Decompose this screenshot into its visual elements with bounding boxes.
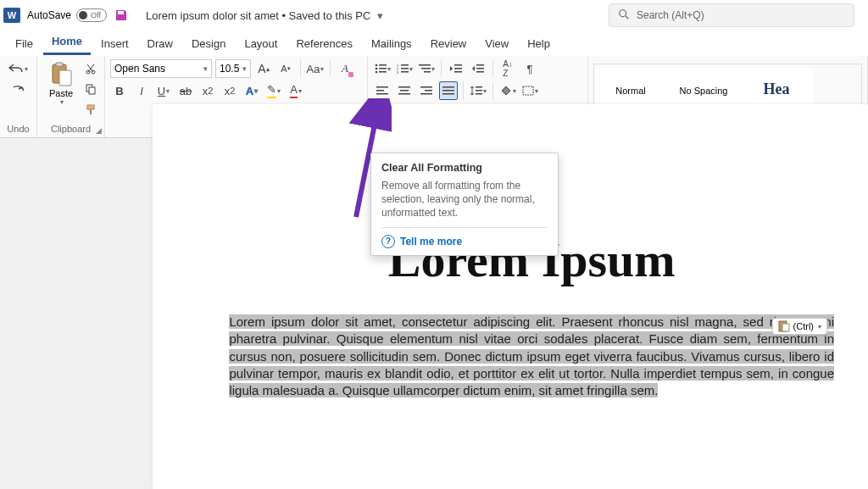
svg-rect-40	[420, 93, 432, 95]
menu-file[interactable]: File	[7, 32, 42, 55]
text-effects-button[interactable]: A▾	[242, 81, 261, 100]
menu-design[interactable]: Design	[183, 32, 234, 55]
align-center-button[interactable]	[395, 81, 414, 100]
menu-layout[interactable]: Layout	[236, 32, 286, 55]
title-bar: W AutoSave Off Lorem ipsum dolor sit ame…	[0, 0, 868, 31]
clipboard-launcher[interactable]: ◢	[96, 126, 102, 135]
subscript-button[interactable]: x2	[198, 81, 217, 100]
svg-rect-39	[425, 90, 432, 92]
svg-rect-47	[523, 86, 533, 95]
body-paragraph[interactable]: Lorem ipsum dolor sit amet, consectetur …	[229, 314, 834, 399]
paste-button[interactable]: Paste ▾	[42, 59, 80, 108]
cut-button[interactable]	[83, 59, 98, 78]
decrease-indent-button[interactable]	[447, 59, 465, 78]
autosave-toggle[interactable]: AutoSave Off	[27, 8, 107, 22]
menu-view[interactable]: View	[476, 32, 517, 55]
undo-group-label: Undo	[5, 122, 31, 136]
justify-button[interactable]	[439, 81, 458, 100]
change-case-button[interactable]: Aa▾	[306, 59, 325, 78]
menu-insert[interactable]: Insert	[92, 32, 137, 55]
increase-indent-button[interactable]	[469, 59, 487, 78]
toggle-knob	[79, 11, 87, 19]
menu-bar: File Home Insert Draw Design Layout Refe…	[0, 31, 868, 56]
svg-rect-27	[454, 68, 462, 69]
chevron-down-icon[interactable]: ▾	[377, 9, 383, 22]
menu-mailings[interactable]: Mailings	[363, 32, 420, 55]
svg-rect-37	[398, 93, 410, 95]
search-input[interactable]: Search (Alt+Q)	[609, 3, 854, 27]
underline-button[interactable]: U▾	[154, 81, 173, 100]
svg-rect-14	[379, 68, 387, 69]
borders-button[interactable]: ▾	[520, 81, 539, 100]
svg-rect-42	[442, 90, 454, 92]
menu-review[interactable]: Review	[422, 32, 476, 55]
toggle-track[interactable]: Off	[76, 8, 107, 22]
svg-rect-12	[379, 64, 387, 66]
strikethrough-button[interactable]: ab	[176, 81, 195, 100]
svg-rect-31	[476, 71, 484, 73]
shrink-font-button[interactable]: A▾	[276, 59, 295, 78]
chevron-down-icon[interactable]: ▾	[60, 98, 64, 106]
svg-line-1	[626, 15, 629, 19]
svg-rect-24	[421, 68, 431, 69]
line-spacing-button[interactable]: ▾	[469, 81, 487, 100]
svg-rect-38	[420, 86, 432, 88]
selected-text[interactable]: Lorem ipsum dolor sit amet, consectetur …	[229, 314, 834, 397]
font-color-button[interactable]: A▾	[287, 81, 305, 100]
bullets-button[interactable]: ▾	[373, 59, 392, 78]
menu-home[interactable]: Home	[43, 30, 91, 55]
menu-references[interactable]: References	[287, 32, 360, 55]
svg-rect-3	[56, 63, 63, 66]
italic-button[interactable]: I	[132, 81, 151, 100]
svg-rect-41	[442, 86, 454, 88]
autosave-state: Off	[91, 11, 101, 19]
save-icon[interactable]	[114, 8, 129, 23]
svg-rect-20	[401, 68, 409, 69]
multilevel-list-button[interactable]: ▾	[417, 59, 436, 78]
svg-rect-9	[87, 105, 94, 109]
left-margin	[0, 138, 153, 489]
grow-font-button[interactable]: A▴	[254, 59, 273, 78]
svg-rect-46	[476, 93, 482, 95]
align-right-button[interactable]	[417, 81, 436, 100]
align-left-button[interactable]	[373, 81, 392, 100]
svg-rect-28	[454, 71, 462, 73]
undo-group: ▾ Undo	[0, 56, 37, 137]
clipboard-group-label: Clipboard	[42, 122, 99, 136]
svg-rect-30	[476, 68, 484, 69]
bold-button[interactable]: B	[110, 81, 129, 100]
menu-help[interactable]: Help	[519, 32, 559, 55]
svg-point-0	[620, 9, 626, 16]
svg-rect-23	[419, 64, 431, 66]
superscript-button[interactable]: x2	[220, 81, 239, 100]
svg-rect-35	[398, 86, 410, 88]
search-icon	[618, 8, 630, 23]
font-size-combo[interactable]: 10.5▾	[215, 59, 251, 78]
svg-rect-29	[476, 64, 484, 66]
svg-rect-16	[379, 71, 387, 73]
menu-draw[interactable]: Draw	[139, 32, 181, 55]
paste-options-button[interactable]: (Ctrl) ▾	[772, 318, 827, 335]
undo-button[interactable]: ▾	[5, 59, 31, 78]
clear-formatting-button[interactable]: A	[336, 59, 354, 78]
font-name-combo[interactable]: Open Sans▾	[110, 59, 212, 78]
tell-me-more-link[interactable]: ? Tell me more	[381, 227, 548, 248]
format-painter-button[interactable]	[83, 100, 98, 119]
copy-button[interactable]	[83, 80, 98, 98]
tooltip-clear-formatting: Clear All Formatting Remove all formatti…	[370, 153, 559, 256]
help-icon: ?	[381, 235, 395, 248]
redo-button[interactable]	[5, 81, 31, 100]
clipboard-icon	[49, 61, 73, 88]
clipboard-group: Paste ▾ Clipboard ◢	[37, 56, 105, 137]
sort-button[interactable]: A↓Z	[498, 59, 517, 78]
svg-rect-43	[442, 93, 454, 95]
chevron-down-icon[interactable]: ▾	[818, 323, 821, 331]
highlight-button[interactable]: ✎▾	[264, 81, 283, 100]
shading-button[interactable]: ▾	[498, 81, 517, 100]
tooltip-title: Clear All Formatting	[381, 162, 548, 174]
numbering-button[interactable]: 123▾	[395, 59, 414, 78]
show-marks-button[interactable]: ¶	[520, 59, 539, 78]
svg-rect-4	[59, 70, 71, 86]
document-title[interactable]: Lorem ipsum dolor sit amet • Saved to th…	[146, 9, 383, 22]
svg-point-13	[375, 68, 377, 70]
